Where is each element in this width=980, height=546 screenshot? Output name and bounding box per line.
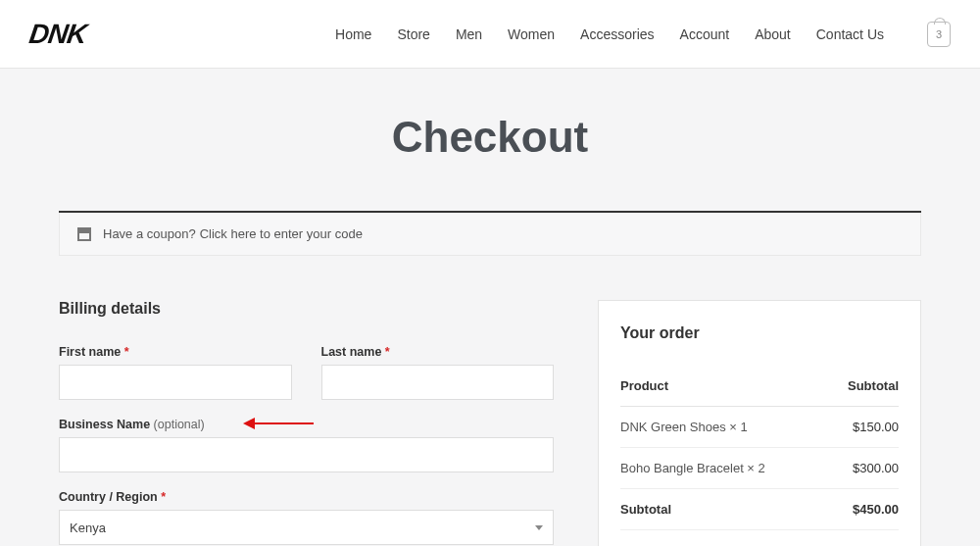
cart-icon[interactable]: 3 — [927, 22, 951, 47]
order-product-header: Product — [620, 378, 668, 393]
nav-women[interactable]: Women — [508, 26, 555, 42]
last-name-input[interactable] — [321, 365, 555, 400]
order-header-row: Product Subtotal — [620, 366, 899, 407]
billing-section: Billing details First name * Last name * — [59, 300, 554, 546]
required-mark: * — [161, 490, 166, 504]
coupon-icon — [77, 227, 91, 241]
order-item-price: $150.00 — [853, 420, 899, 434]
nav-men[interactable]: Men — [456, 26, 482, 42]
order-item-name: DNK Green Shoes × 1 — [620, 420, 748, 434]
order-total-row: Total $450.00 — [620, 530, 899, 546]
top-bar: DNK Home Store Men Women Accessories Acc… — [0, 0, 980, 69]
country-value: Kenya — [70, 521, 106, 535]
nav-contact[interactable]: Contact Us — [816, 26, 884, 42]
chevron-down-icon — [535, 525, 543, 530]
coupon-link[interactable]: Click here to enter your code — [200, 226, 363, 241]
order-summary: Your order Product Subtotal DNK Green Sh… — [598, 300, 921, 546]
first-name-label: First name * — [59, 345, 292, 359]
nav-account[interactable]: Account — [680, 26, 730, 42]
order-heading: Your order — [620, 324, 899, 342]
coupon-text: Have a coupon? — [103, 226, 196, 241]
country-label: Country / Region * — [59, 490, 554, 504]
order-subtotal-label: Subtotal — [620, 502, 671, 517]
first-name-label-text: First name — [59, 345, 121, 359]
nav-home[interactable]: Home — [335, 26, 371, 42]
business-name-input[interactable] — [59, 437, 554, 472]
country-select[interactable]: Kenya — [59, 510, 554, 545]
business-name-label: Business Name (optional) — [59, 418, 554, 431]
last-name-field-wrap: Last name * — [321, 345, 555, 400]
business-name-label-text: Business Name — [59, 418, 150, 431]
order-item-price: $300.00 — [853, 461, 899, 475]
required-mark: * — [385, 345, 390, 359]
first-name-input[interactable] — [59, 365, 292, 400]
nav-about[interactable]: About — [755, 26, 791, 42]
last-name-label: Last name * — [321, 345, 555, 359]
nav-accessories[interactable]: Accessories — [580, 26, 654, 42]
order-item-name: Boho Bangle Bracelet × 2 — [620, 461, 765, 475]
country-field-wrap: Country / Region * Kenya — [59, 490, 554, 545]
coupon-notice: Have a coupon? Click here to enter your … — [59, 213, 921, 256]
billing-heading: Billing details — [59, 300, 554, 318]
order-item-row: Boho Bangle Bracelet × 2 $300.00 — [620, 448, 899, 489]
order-subtotal-row: Subtotal $450.00 — [620, 489, 899, 530]
order-subtotal-value: $450.00 — [853, 502, 899, 517]
cart-count: 3 — [936, 28, 942, 40]
country-label-text: Country / Region — [59, 490, 158, 504]
order-subtotal-header: Subtotal — [848, 378, 899, 393]
nav-store[interactable]: Store — [397, 26, 429, 42]
last-name-label-text: Last name — [321, 345, 382, 359]
optional-mark: (optional) — [154, 418, 205, 431]
order-item-row: DNK Green Shoes × 1 $150.00 — [620, 407, 899, 448]
business-name-field-wrap: Business Name (optional) — [59, 418, 554, 472]
required-mark: * — [124, 345, 129, 359]
first-name-field-wrap: First name * — [59, 345, 292, 400]
page-title: Checkout — [0, 113, 980, 162]
main-nav: Home Store Men Women Accessories Account… — [335, 22, 951, 47]
logo[interactable]: DNK — [27, 19, 88, 50]
